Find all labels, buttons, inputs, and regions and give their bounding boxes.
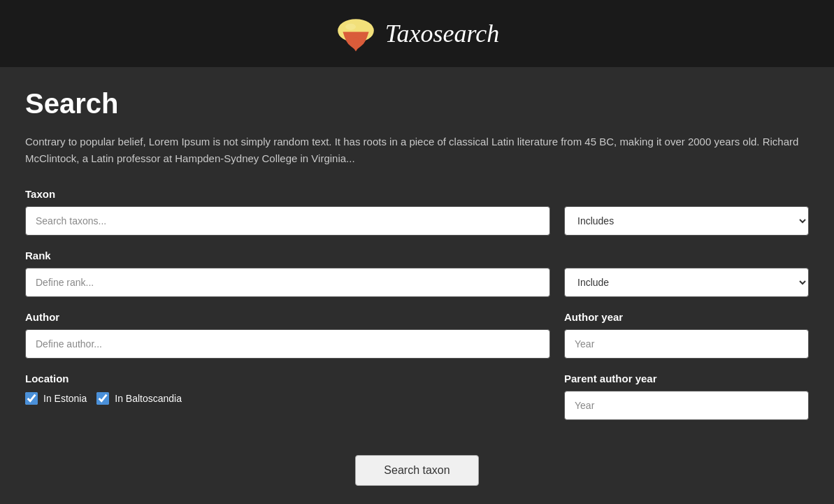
author-row: Author Author year [25,311,809,373]
in-estonia-item: In Estonia [25,392,87,405]
taxon-select[interactable]: Includes Excludes Exact [564,206,809,236]
app-title: Taxosearch [385,19,499,48]
rank-left: Rank [25,250,550,311]
page-description: Contrary to popular belief, Lorem Ipsum … [25,134,808,167]
author-year-input[interactable] [564,329,809,359]
author-input[interactable] [25,329,550,359]
rank-field-block: Rank [25,250,550,297]
svg-point-3 [345,24,356,30]
author-year-label: Author year [564,311,623,323]
logo-icon [335,13,377,55]
parent-author-year-right: Parent author year [564,373,809,434]
parent-author-year-label: Parent author year [564,373,657,384]
in-estonia-label: In Estonia [43,393,87,404]
rank-select[interactable]: Include Exclude Exact [564,268,809,297]
logo-container: Taxosearch [335,13,499,55]
parent-author-year-input[interactable] [564,391,809,420]
parent-author-year-block: Parent author year [564,373,809,420]
rank-row: Rank X Include Exclude Exact [25,250,809,311]
header: Taxosearch [0,0,834,67]
taxon-label: Taxon [25,188,55,200]
in-baltoscandia-item: In Baltoscandia [96,392,182,405]
taxon-right: X Includes Excludes Exact [564,188,809,250]
rank-label: Rank [25,250,51,261]
location-left: Location In Estonia In Baltoscandia [25,373,550,419]
search-taxon-button[interactable]: Search taxon [355,455,478,486]
taxon-select-block: X Includes Excludes Exact [564,188,809,236]
in-estonia-checkbox[interactable] [25,392,38,405]
page-title: Search [25,88,809,120]
rank-right: X Include Exclude Exact [564,250,809,311]
author-field-block: Author [25,311,550,359]
author-year-block: Author year [564,311,809,359]
taxon-left: Taxon [25,188,550,250]
svg-point-2 [354,42,358,47]
taxon-field-block: Taxon [25,188,550,236]
rank-select-block: X Include Exclude Exact [564,250,809,297]
location-field-block: Location In Estonia In Baltoscandia [25,373,550,405]
location-label: Location [25,373,69,384]
in-baltoscandia-checkbox[interactable] [96,392,109,405]
author-year-right: Author year [564,311,809,373]
in-baltoscandia-label: In Baltoscandia [115,393,182,404]
location-row: Location In Estonia In Baltoscandia Pare… [25,373,809,434]
main-content: Search Contrary to popular belief, Lorem… [0,67,834,504]
taxon-row: Taxon X Includes Excludes Exact [25,188,809,250]
rank-input[interactable] [25,268,550,297]
taxon-input[interactable] [25,206,550,236]
search-button-container: Search taxon [25,455,809,486]
checkbox-group: In Estonia In Baltoscandia [25,392,550,405]
author-left: Author [25,311,550,373]
author-label: Author [25,311,59,323]
